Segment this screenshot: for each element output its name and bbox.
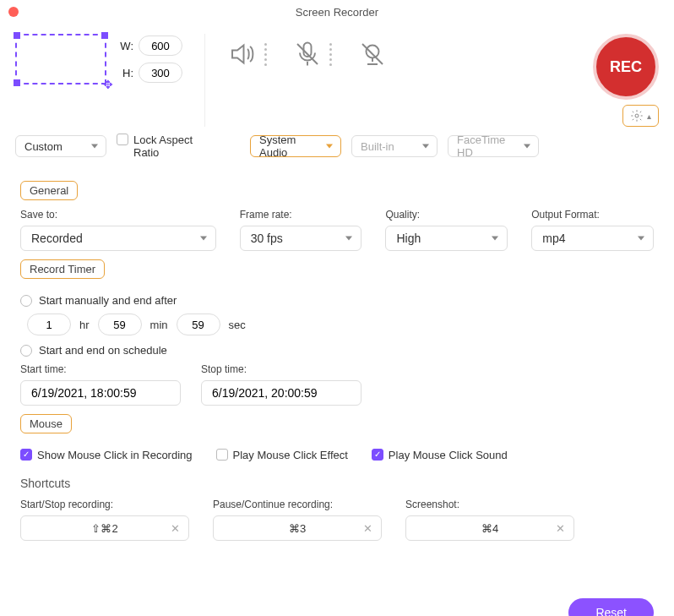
output-format-select[interactable]: mp4	[531, 226, 654, 251]
section-mouse-tag: Mouse	[20, 414, 72, 433]
start-time-input[interactable]	[20, 380, 181, 406]
save-to-select[interactable]: Recorded	[20, 226, 216, 251]
height-input[interactable]	[139, 63, 182, 83]
frame-rate-value: 30 fps	[251, 232, 283, 245]
play-click-sound-checkbox[interactable]	[372, 449, 383, 461]
reset-button[interactable]: Reset	[568, 598, 654, 616]
stop-time-input[interactable]	[201, 380, 361, 406]
svg-point-1	[367, 46, 379, 58]
record-button-label: REC	[610, 58, 642, 76]
width-label: W:	[118, 40, 133, 52]
window-controls	[8, 7, 19, 17]
screenshot-shortcut-input[interactable]: ⌘4 ✕	[405, 515, 574, 541]
settings-toggle-button[interactable]: ▴	[622, 105, 659, 127]
start-stop-shortcut-input[interactable]: ⇧⌘2 ✕	[20, 515, 189, 541]
pause-shortcut-input[interactable]: ⌘3 ✕	[213, 515, 382, 541]
window-title: Screen Recorder	[0, 6, 674, 19]
hours-unit: hr	[79, 319, 90, 331]
system-audio-select[interactable]: System Audio	[250, 135, 341, 157]
duration-hours-input[interactable]	[27, 313, 71, 335]
region-block: ✥ W: H:	[15, 34, 182, 84]
pause-shortcut-label: Pause/Continue recording:	[213, 499, 382, 510]
schedule-radio[interactable]	[20, 345, 32, 357]
section-timer-tag: Record Timer	[20, 259, 105, 279]
start-stop-shortcut-label: Start/Stop recording:	[20, 499, 189, 510]
camera-select[interactable]: FaceTime HD	[448, 135, 539, 157]
frame-rate-label: Frame rate:	[240, 209, 362, 221]
schedule-label: Start and end on schedule	[39, 344, 167, 357]
screenshot-shortcut-label: Screenshot:	[405, 499, 574, 510]
manual-end-label: Start manually and end after	[39, 294, 177, 307]
screenshot-shortcut-value: ⌘4	[481, 522, 498, 535]
move-handle-icon: ✥	[103, 78, 113, 91]
show-mouse-click-label: Show Mouse Click in Recording	[37, 449, 193, 461]
seconds-unit: sec	[229, 319, 246, 331]
speaker-level-icon	[264, 43, 267, 66]
save-to-label: Save to:	[20, 209, 216, 221]
settings-icon	[630, 109, 644, 123]
clear-shortcut-icon[interactable]: ✕	[363, 522, 372, 535]
region-selector[interactable]: ✥	[15, 34, 106, 84]
microphone-select[interactable]: Built-in	[351, 135, 438, 157]
play-click-effect-checkbox[interactable]	[216, 449, 228, 461]
duration-seconds-input[interactable]	[177, 313, 220, 335]
camera-value: FaceTime HD	[457, 134, 516, 159]
start-stop-shortcut-value: ⇧⌘2	[91, 522, 117, 535]
output-format-label: Output Format:	[531, 209, 654, 221]
lock-aspect-checkbox[interactable]	[117, 134, 128, 145]
quality-label: Quality:	[385, 209, 508, 221]
frame-rate-select[interactable]: 30 fps	[240, 226, 362, 251]
svg-point-2	[635, 114, 639, 117]
shortcuts-title: Shortcuts	[20, 477, 654, 490]
reset-button-label: Reset	[595, 606, 627, 616]
camera-disabled-icon	[357, 39, 388, 69]
play-click-effect-label: Play Mouse Click Effect	[233, 449, 348, 461]
microphone-value: Built-in	[361, 140, 394, 153]
save-to-value: Recorded	[31, 232, 83, 245]
clear-shortcut-icon[interactable]: ✕	[171, 522, 180, 535]
minutes-unit: min	[150, 319, 168, 331]
lock-aspect-label: Lock Aspect Ratio	[133, 134, 201, 159]
clear-shortcut-icon[interactable]: ✕	[556, 522, 565, 535]
output-format-value: mp4	[542, 232, 565, 245]
manual-end-radio[interactable]	[20, 295, 32, 307]
title-bar: Screen Recorder	[0, 0, 674, 24]
settings-panel: General Save to: Recorded Frame rate: 30…	[0, 169, 674, 551]
capture-config-row: ✥ W: H:	[0, 24, 674, 127]
mic-level-icon	[329, 43, 332, 66]
stop-time-label: Stop time:	[201, 363, 361, 375]
region-preset-select[interactable]: Custom	[15, 135, 106, 157]
show-mouse-click-checkbox[interactable]	[20, 449, 32, 461]
record-button[interactable]: REC	[593, 34, 659, 100]
section-general-tag: General	[20, 181, 78, 200]
play-click-sound-label: Play Mouse Click Sound	[389, 449, 508, 461]
close-window-button[interactable]	[8, 7, 19, 17]
lock-aspect-checkbox-row: Lock Aspect Ratio	[117, 134, 201, 159]
start-time-label: Start time:	[20, 363, 181, 375]
chevron-up-icon: ▴	[647, 112, 651, 121]
quality-value: High	[396, 232, 421, 245]
duration-minutes-input[interactable]	[98, 313, 142, 335]
audio-block	[227, 34, 388, 69]
pause-shortcut-value: ⌘3	[289, 522, 306, 535]
height-label: H:	[118, 67, 133, 79]
region-preset-value: Custom	[24, 140, 63, 153]
width-input[interactable]	[139, 35, 182, 56]
microphone-muted-icon	[292, 39, 323, 69]
quality-select[interactable]: High	[385, 226, 508, 251]
system-audio-value: System Audio	[259, 134, 318, 159]
speaker-icon	[227, 39, 258, 69]
